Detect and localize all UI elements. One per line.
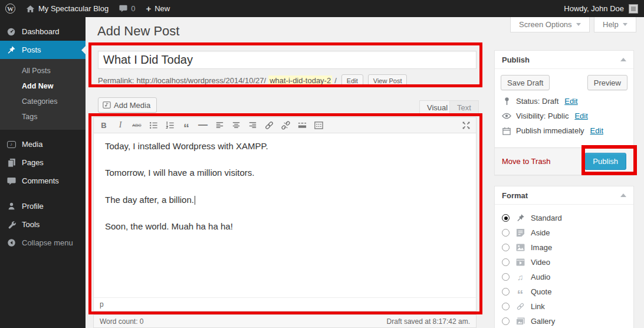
edit-permalink-button[interactable]: Edit xyxy=(341,74,363,87)
radio-unselected[interactable] xyxy=(502,273,510,281)
visibility-text: Visibility: Public xyxy=(516,111,569,120)
text-cursor xyxy=(195,196,195,205)
format-option-video[interactable]: Video xyxy=(502,255,626,270)
distraction-free-fullscreen-icon[interactable] xyxy=(458,119,474,132)
comments-bubble[interactable]: 0 xyxy=(114,0,140,17)
blockquote-icon[interactable]: “ xyxy=(179,119,194,132)
post-title-input[interactable] xyxy=(98,51,477,69)
sidebar-item-collapse-menu[interactable]: Collapse menu xyxy=(0,234,86,252)
sidebar-item-tools[interactable]: Tools xyxy=(0,215,86,234)
comment-bubble-icon xyxy=(119,5,127,12)
help-button[interactable]: Help xyxy=(594,17,636,32)
element-path-indicator[interactable]: p xyxy=(100,300,104,309)
preview-button[interactable]: Preview xyxy=(587,75,627,90)
strikethrough-icon[interactable]: ABC xyxy=(129,119,144,132)
tools-icon xyxy=(6,219,17,230)
permalink-row: Permalink: http://localhost/wordpress/20… xyxy=(98,74,407,87)
radio-unselected[interactable] xyxy=(502,244,510,251)
edit-visibility-link[interactable]: Edit xyxy=(574,111,587,120)
numbered-list-icon[interactable] xyxy=(162,119,178,132)
audio-icon: ♫ xyxy=(515,273,525,282)
format-label: Standard xyxy=(531,214,562,222)
publish-box-title: Publish xyxy=(502,55,530,64)
visual-editor: B I ABC “ — xyxy=(93,117,477,311)
insert-link-icon[interactable] xyxy=(261,119,277,132)
schedule-row: Publish immediately Edit xyxy=(495,123,633,138)
save-draft-button[interactable]: Save Draft xyxy=(501,75,550,90)
calendar-icon xyxy=(502,127,511,135)
align-left-icon[interactable] xyxy=(212,119,227,132)
sidebar-item-categories[interactable]: Categories xyxy=(0,94,86,109)
format-option-standard[interactable]: Standard xyxy=(502,211,626,225)
sidebar-item-dashboard[interactable]: Dashboard xyxy=(0,22,86,41)
howdy-account-link[interactable]: Howdy, John Doe xyxy=(564,4,624,13)
screen-options-button[interactable]: Screen Options xyxy=(510,17,590,32)
format-option-quote[interactable]: “ Quote xyxy=(502,284,626,299)
media-icon: ♪ xyxy=(6,139,17,150)
schedule-text: Publish immediately xyxy=(516,126,584,135)
publish-button[interactable]: Publish xyxy=(584,153,626,170)
radio-unselected[interactable] xyxy=(502,258,510,266)
edit-status-link[interactable]: Edit xyxy=(564,97,577,106)
video-icon xyxy=(515,258,525,266)
sidebar-item-label: Tools xyxy=(22,220,40,229)
new-label: New xyxy=(155,4,170,13)
sidebar-item-media[interactable]: ♪ Media xyxy=(0,135,86,153)
align-right-icon[interactable] xyxy=(245,119,260,132)
sidebar-item-profile[interactable]: Profile xyxy=(0,197,86,215)
format-option-audio[interactable]: ♫ Audio xyxy=(502,270,626,284)
format-box: Format Standard Aside xyxy=(494,186,634,328)
wp-logo-menu[interactable]: W xyxy=(0,0,21,17)
status-text: Status: Draft xyxy=(516,97,558,106)
italic-icon[interactable]: I xyxy=(113,119,128,132)
bold-icon[interactable]: B xyxy=(96,119,111,132)
radio-unselected[interactable] xyxy=(502,303,510,310)
format-label: Audio xyxy=(531,273,550,281)
collapse-panel-icon[interactable] xyxy=(620,193,626,197)
sidebar-item-label: Profile xyxy=(22,202,44,211)
format-option-aside[interactable]: Aside xyxy=(502,225,626,240)
sidebar-item-all-posts[interactable]: All Posts xyxy=(0,63,86,78)
view-post-button[interactable]: View Post xyxy=(368,74,408,87)
format-options-list: Standard Aside Image xyxy=(495,205,633,328)
quote-icon: “ xyxy=(515,288,525,295)
comments-icon xyxy=(6,176,17,186)
sidebar-item-pages[interactable]: Pages xyxy=(0,153,86,172)
screen-options-label: Screen Options xyxy=(519,20,572,29)
edit-schedule-link[interactable]: Edit xyxy=(590,126,603,135)
sidebar-item-label: Collapse menu xyxy=(22,238,73,247)
sidebar-item-comments[interactable]: Comments xyxy=(0,172,86,190)
sidebar-item-add-new[interactable]: Add New xyxy=(0,78,86,94)
horizontal-rule-icon[interactable]: — xyxy=(195,119,211,132)
editor-content-area[interactable]: Today, I installed Wordpress with XAMPP.… xyxy=(94,133,476,297)
comments-count: 0 xyxy=(131,4,135,13)
add-media-button[interactable]: Add Media xyxy=(98,97,157,113)
format-option-gallery[interactable]: Gallery xyxy=(502,314,626,328)
remove-link-icon[interactable] xyxy=(278,119,293,132)
publish-box: Publish Save Draft Preview Status: Draft… xyxy=(494,50,634,175)
insert-more-tag-icon[interactable] xyxy=(294,119,310,132)
sidebar-item-tags[interactable]: Tags xyxy=(0,109,86,124)
permalink-slug[interactable]: what-i-did-today-2 xyxy=(268,76,332,86)
radio-selected[interactable] xyxy=(502,214,510,222)
collapse-panel-icon[interactable] xyxy=(620,58,626,61)
radio-unselected[interactable] xyxy=(502,317,510,325)
radio-unselected[interactable] xyxy=(502,288,510,296)
publish-box-header[interactable]: Publish xyxy=(495,51,633,69)
site-name-link[interactable]: My Spectacular Blog xyxy=(21,0,114,17)
new-content-menu[interactable]: + New xyxy=(140,0,175,17)
align-center-icon[interactable] xyxy=(228,119,244,132)
format-box-header[interactable]: Format xyxy=(495,186,633,205)
move-to-trash-link[interactable]: Move to Trash xyxy=(502,157,550,166)
toolbar-toggle-icon[interactable] xyxy=(311,119,326,132)
admin-sidebar-menu: Dashboard Posts All Posts Add New Catego… xyxy=(0,17,86,328)
editor-path-bar: p xyxy=(94,297,476,311)
bulleted-list-icon[interactable] xyxy=(146,119,161,132)
editor-paragraph: Today, I installed Wordpress with XAMPP. xyxy=(105,141,465,151)
sidebar-item-posts[interactable]: Posts xyxy=(0,41,86,59)
user-avatar[interactable] xyxy=(629,4,638,14)
permalink-trailing-slash: / xyxy=(334,76,337,85)
format-option-image[interactable]: Image xyxy=(502,240,626,255)
radio-unselected[interactable] xyxy=(502,229,510,237)
tab-text[interactable]: Text xyxy=(449,100,479,114)
